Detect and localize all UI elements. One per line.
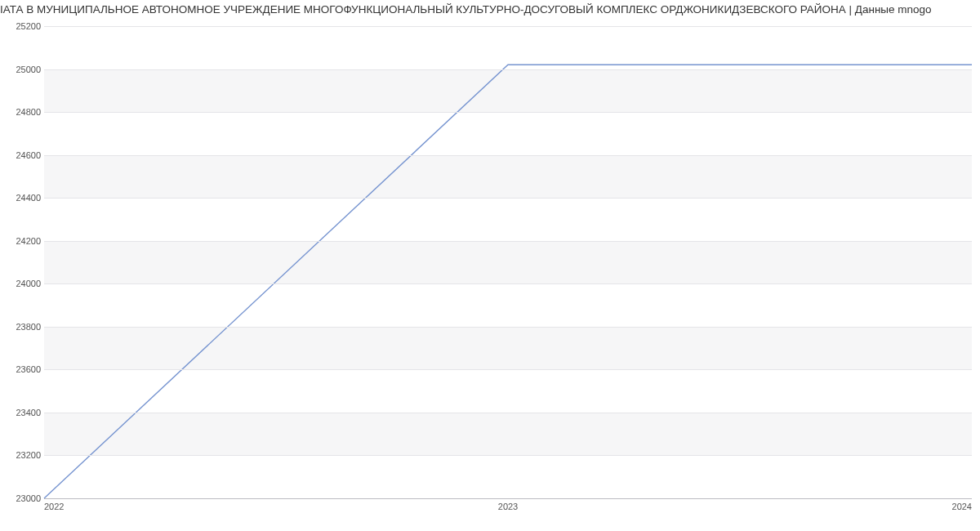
line-layer — [44, 26, 972, 498]
series-line — [44, 65, 972, 498]
gridline — [44, 155, 972, 156]
gridline — [44, 26, 972, 27]
y-tick-label: 24200 — [5, 236, 41, 246]
y-tick-label: 25200 — [5, 21, 41, 31]
gridline — [44, 327, 972, 328]
gridline — [44, 455, 972, 456]
x-tick-label: 2024 — [952, 502, 972, 511]
chart-container: 2300023200234002360023800240002420024400… — [0, 18, 980, 524]
chart-title: ІАТА В МУНИЦИПАЛЬНОЕ АВТОНОМНОЕ УЧРЕЖДЕН… — [0, 3, 980, 16]
plot-area — [44, 26, 972, 499]
gridline — [44, 198, 972, 199]
gridline — [44, 241, 972, 242]
y-tick-label: 23400 — [5, 408, 41, 417]
y-tick-label: 23000 — [5, 493, 41, 503]
gridline — [44, 112, 972, 113]
y-tick-label: 24600 — [5, 150, 41, 160]
y-tick-label: 24400 — [5, 193, 41, 203]
y-tick-label: 23800 — [5, 322, 41, 332]
x-tick-label: 2022 — [44, 502, 64, 511]
y-tick-label: 23600 — [5, 364, 41, 374]
gridline — [44, 369, 972, 370]
y-tick-label: 24000 — [5, 279, 41, 288]
gridline — [44, 283, 972, 284]
x-tick-label: 2023 — [498, 502, 518, 511]
y-tick-label: 23200 — [5, 450, 41, 460]
y-tick-label: 25000 — [5, 65, 41, 74]
gridline — [44, 413, 972, 413]
y-tick-label: 24800 — [5, 107, 41, 117]
gridline — [44, 69, 972, 70]
